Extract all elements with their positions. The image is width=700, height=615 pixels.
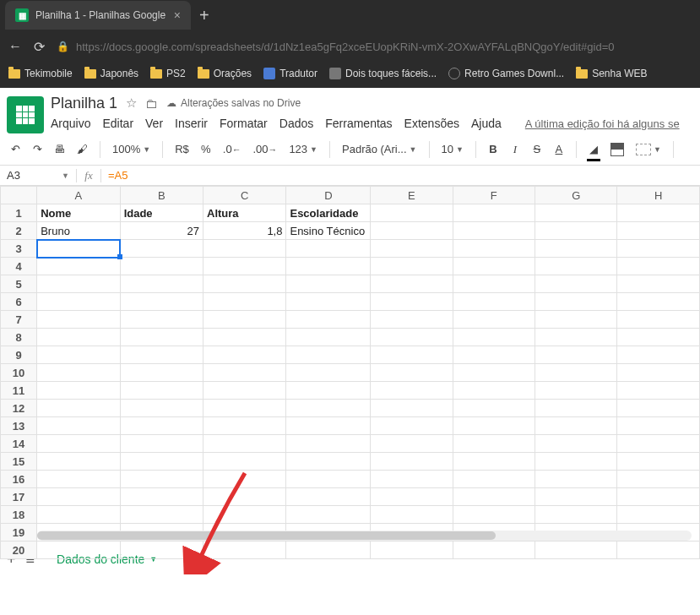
cell[interactable] xyxy=(120,240,203,258)
cell[interactable] xyxy=(203,364,286,382)
cell[interactable] xyxy=(203,293,286,311)
cell[interactable] xyxy=(453,471,534,488)
italic-button[interactable]: I xyxy=(507,139,524,160)
cell[interactable] xyxy=(535,453,617,471)
cell[interactable] xyxy=(203,329,286,346)
bookmark-retro-games[interactable]: Retro Games Downl... xyxy=(448,68,564,79)
cell[interactable] xyxy=(371,346,453,364)
row-header[interactable]: 1 xyxy=(1,204,37,222)
browser-tab[interactable]: ▦ Planilha 1 - Planilhas Google × xyxy=(5,1,191,30)
cell[interactable] xyxy=(37,275,120,293)
cell[interactable] xyxy=(617,453,700,471)
cell[interactable] xyxy=(535,240,617,258)
cell[interactable] xyxy=(286,329,371,346)
increase-decimal[interactable]: .00→ xyxy=(249,139,280,160)
cell[interactable] xyxy=(120,364,203,382)
bookmark-tekimobile[interactable]: Tekimobile xyxy=(8,68,73,79)
cell[interactable] xyxy=(535,382,617,400)
column-header[interactable]: D xyxy=(286,187,371,204)
cell[interactable] xyxy=(453,204,534,222)
cell[interactable] xyxy=(535,488,617,506)
row-header[interactable]: 19 xyxy=(1,524,37,542)
spreadsheet-grid[interactable]: ABCDEFGH1NomeIdadeAlturaEscolaridade2Bru… xyxy=(0,186,700,541)
cell[interactable] xyxy=(120,506,203,524)
cell[interactable] xyxy=(286,542,371,559)
cell[interactable] xyxy=(371,275,453,293)
cell[interactable]: Nome xyxy=(37,204,120,222)
row-header[interactable]: 7 xyxy=(1,311,37,329)
cell[interactable] xyxy=(37,382,120,400)
cell[interactable] xyxy=(453,364,534,382)
cell[interactable] xyxy=(286,311,371,329)
cell[interactable] xyxy=(286,382,371,400)
cell[interactable] xyxy=(37,435,120,453)
cell[interactable] xyxy=(371,435,453,453)
cell[interactable] xyxy=(617,329,700,346)
cell[interactable] xyxy=(286,488,371,506)
cell[interactable] xyxy=(286,275,371,293)
font-select[interactable]: Padrão (Ari...▼ xyxy=(339,139,421,160)
row-header[interactable]: 3 xyxy=(1,240,37,258)
cell[interactable] xyxy=(453,346,534,364)
close-tab-icon[interactable]: × xyxy=(174,8,181,22)
row-header[interactable]: 12 xyxy=(1,400,37,417)
row-header[interactable]: 17 xyxy=(1,488,37,506)
menu-editar[interactable]: Editar xyxy=(102,117,133,130)
cell[interactable] xyxy=(453,240,534,258)
cell[interactable] xyxy=(37,364,120,382)
row-header[interactable]: 9 xyxy=(1,346,37,364)
cell[interactable] xyxy=(286,364,371,382)
cell[interactable] xyxy=(617,275,700,293)
cell[interactable] xyxy=(617,488,700,506)
row-header[interactable]: 5 xyxy=(1,275,37,293)
cell[interactable] xyxy=(371,364,453,382)
cell[interactable] xyxy=(203,435,286,453)
cell[interactable] xyxy=(286,435,371,453)
cell[interactable] xyxy=(120,329,203,346)
cell[interactable] xyxy=(453,222,534,240)
cell[interactable] xyxy=(453,400,534,417)
name-box[interactable]: A3▼ xyxy=(0,169,76,182)
cell[interactable] xyxy=(371,400,453,417)
strike-button[interactable]: S xyxy=(529,139,545,160)
cell[interactable] xyxy=(120,275,203,293)
cell[interactable] xyxy=(203,311,286,329)
horizontal-scrollbar[interactable] xyxy=(37,531,692,541)
cell[interactable] xyxy=(120,417,203,435)
cell[interactable] xyxy=(286,506,371,524)
cell[interactable] xyxy=(120,542,203,559)
cell[interactable] xyxy=(120,471,203,488)
move-icon[interactable]: 🗀 xyxy=(145,96,158,111)
cell[interactable] xyxy=(535,293,617,311)
cell[interactable] xyxy=(120,382,203,400)
cell[interactable] xyxy=(286,400,371,417)
cell[interactable] xyxy=(535,204,617,222)
redo-icon[interactable]: ↷ xyxy=(29,139,46,160)
column-header[interactable]: B xyxy=(120,187,203,204)
menu-formatar[interactable]: Formatar xyxy=(220,117,268,130)
decrease-decimal[interactable]: .0← xyxy=(220,139,245,160)
cell[interactable] xyxy=(371,488,453,506)
cell[interactable] xyxy=(37,453,120,471)
cell[interactable] xyxy=(453,258,534,275)
cell[interactable] xyxy=(286,453,371,471)
cell[interactable] xyxy=(371,542,453,559)
cell[interactable] xyxy=(453,488,534,506)
menu-arquivo[interactable]: Arquivo xyxy=(51,117,90,130)
cell[interactable] xyxy=(535,417,617,435)
bookmark-tradutor[interactable]: Tradutor xyxy=(263,68,317,79)
cell[interactable] xyxy=(37,488,120,506)
cell[interactable] xyxy=(120,453,203,471)
cell[interactable] xyxy=(535,506,617,524)
cell[interactable] xyxy=(371,329,453,346)
cell[interactable] xyxy=(371,258,453,275)
paint-format-icon[interactable]: 🖌 xyxy=(73,139,91,160)
cell[interactable] xyxy=(286,471,371,488)
column-header[interactable]: H xyxy=(617,187,700,204)
cell[interactable] xyxy=(371,471,453,488)
cell[interactable] xyxy=(535,364,617,382)
cell[interactable] xyxy=(617,346,700,364)
cell[interactable] xyxy=(371,311,453,329)
cell[interactable] xyxy=(120,488,203,506)
cell[interactable] xyxy=(37,542,120,559)
